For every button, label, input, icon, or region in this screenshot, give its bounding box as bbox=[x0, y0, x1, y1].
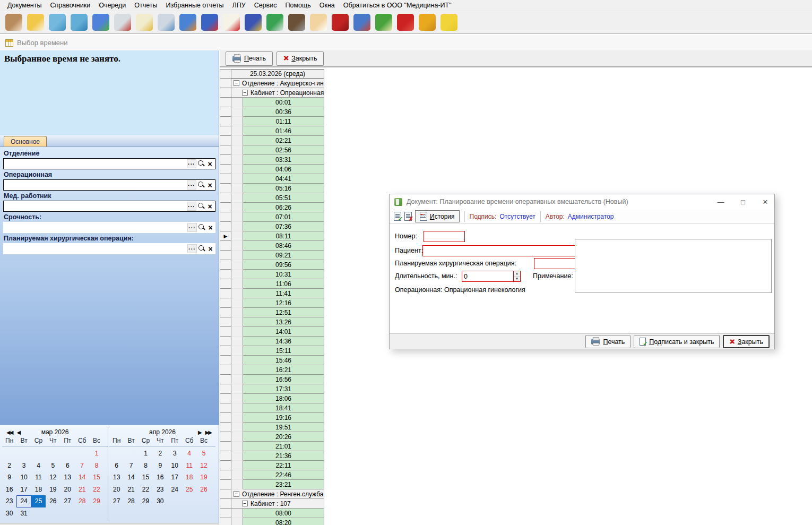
lookup-field[interactable]: ···× bbox=[3, 243, 215, 254]
day-cell[interactable]: 21 bbox=[75, 484, 89, 496]
day-cell[interactable]: 24 bbox=[168, 484, 182, 496]
time-slot[interactable]: 15:46 bbox=[243, 356, 324, 365]
menu-item[interactable]: Очереди bbox=[94, 1, 130, 10]
day-cell[interactable]: 13 bbox=[61, 471, 75, 484]
close-button[interactable]: × Закрыть bbox=[277, 51, 324, 66]
exit-icon[interactable] bbox=[397, 14, 414, 31]
day-cell[interactable]: 20 bbox=[109, 484, 124, 496]
clear-icon[interactable]: × bbox=[206, 244, 214, 253]
search-icon[interactable] bbox=[197, 223, 206, 232]
dialog-title-bar[interactable]: Документ: Планирование времени оперативн… bbox=[390, 194, 774, 209]
day-cell[interactable]: 12 bbox=[196, 460, 211, 472]
cabinet-row[interactable]: −Кабинет : 107 bbox=[231, 499, 324, 509]
collapse-icon[interactable]: − bbox=[242, 501, 248, 506]
day-cell[interactable]: 15 bbox=[139, 471, 153, 484]
time-slot[interactable]: 23:21 bbox=[243, 480, 324, 489]
time-slot[interactable]: 21:01 bbox=[243, 442, 324, 451]
day-cell[interactable]: 6 bbox=[61, 460, 75, 472]
next-year-icon[interactable]: ▶▶ bbox=[205, 429, 211, 435]
day-cell[interactable]: 3 bbox=[16, 460, 31, 472]
time-slot[interactable]: 09:21 bbox=[243, 251, 324, 260]
day-cell[interactable]: 10 bbox=[168, 460, 182, 472]
time-slot[interactable]: 08:46 bbox=[243, 241, 324, 251]
day-cell[interactable]: 11 bbox=[31, 471, 46, 484]
day-cell[interactable]: 7 bbox=[124, 460, 138, 472]
protected-doc-icon[interactable] bbox=[375, 14, 392, 31]
time-slot[interactable]: 22:46 bbox=[243, 470, 324, 480]
menu-item[interactable]: Документы bbox=[3, 1, 46, 10]
day-cell[interactable]: 9 bbox=[2, 471, 16, 484]
day-cell[interactable]: 27 bbox=[109, 495, 124, 507]
pills-icon[interactable] bbox=[266, 14, 283, 31]
day-cell[interactable]: 14 bbox=[75, 471, 89, 484]
menu-item[interactable]: Справочники bbox=[46, 1, 94, 10]
day-cell[interactable]: 22 bbox=[139, 484, 153, 496]
day-cell[interactable]: 2 bbox=[153, 447, 167, 460]
lookup-field[interactable]: ···× bbox=[3, 179, 215, 191]
day-cell[interactable]: 18 bbox=[182, 471, 196, 484]
next-month-icon[interactable]: ▶ bbox=[198, 429, 201, 435]
time-slot[interactable]: 16:56 bbox=[243, 375, 324, 384]
menu-item[interactable]: ЛПУ bbox=[228, 1, 250, 10]
time-slot[interactable]: 12:16 bbox=[243, 298, 324, 308]
menu-item[interactable]: Сервис bbox=[250, 1, 281, 10]
time-slot[interactable]: 05:16 bbox=[243, 184, 324, 193]
tab-main[interactable]: Основное bbox=[4, 136, 47, 147]
day-cell[interactable]: 5 bbox=[46, 460, 60, 472]
day-cell[interactable]: 25 bbox=[182, 484, 196, 496]
lookup-field[interactable]: ···× bbox=[3, 158, 215, 169]
day-cell[interactable]: 16 bbox=[2, 484, 16, 496]
number-field[interactable] bbox=[424, 231, 465, 242]
time-slot[interactable]: 14:36 bbox=[243, 337, 324, 346]
time-slot[interactable]: 01:11 bbox=[243, 117, 324, 126]
ellipsis-button[interactable]: ··· bbox=[187, 202, 196, 211]
day-cell[interactable]: 11 bbox=[182, 460, 196, 472]
patient-cards-icon[interactable] bbox=[49, 14, 66, 31]
day-cell[interactable]: 16 bbox=[153, 471, 167, 484]
time-slot[interactable]: 20:26 bbox=[243, 432, 324, 442]
department-row[interactable]: −Отделение : Ренген.служба bbox=[231, 489, 324, 499]
number-input[interactable] bbox=[424, 231, 464, 242]
menu-item[interactable]: Окна bbox=[315, 1, 339, 10]
medical-journal-icon[interactable] bbox=[223, 14, 240, 31]
day-cell[interactable]: 17 bbox=[168, 471, 182, 484]
schedule-clock-icon[interactable] bbox=[353, 14, 370, 31]
lookup-field[interactable]: ···× bbox=[3, 222, 215, 233]
collapse-icon[interactable]: − bbox=[234, 80, 239, 86]
ellipsis-button[interactable]: ··· bbox=[187, 180, 196, 190]
collapse-icon[interactable]: − bbox=[242, 90, 248, 96]
search-icon[interactable] bbox=[197, 180, 205, 190]
day-cell[interactable]: 30 bbox=[153, 495, 167, 507]
close-window-button[interactable]: ✕ bbox=[756, 195, 774, 208]
time-slot[interactable]: 12:51 bbox=[243, 308, 324, 317]
schedule-cards-icon[interactable] bbox=[179, 14, 196, 31]
search-icon[interactable] bbox=[197, 202, 205, 211]
spin-down-icon[interactable]: ▼ bbox=[514, 277, 520, 282]
history-button[interactable]: LOG История bbox=[415, 210, 460, 222]
notes-icon[interactable] bbox=[136, 14, 153, 31]
day-cell[interactable]: 24 bbox=[16, 495, 31, 507]
time-slot[interactable]: 16:21 bbox=[243, 365, 324, 375]
patient-card-icon[interactable] bbox=[71, 14, 88, 31]
menu-item[interactable]: Отчеты bbox=[130, 1, 161, 10]
ellipsis-button[interactable]: ··· bbox=[187, 159, 196, 168]
date-column-header[interactable]: 25.03.2026 (среда) bbox=[231, 69, 324, 79]
syringe-icon[interactable] bbox=[158, 14, 175, 31]
day-cell[interactable]: 9 bbox=[153, 460, 167, 472]
clear-icon[interactable]: × bbox=[206, 202, 214, 211]
pharmacy-basket-icon[interactable] bbox=[245, 14, 262, 31]
day-cell[interactable]: 27 bbox=[61, 495, 75, 507]
time-slot[interactable]: 13:26 bbox=[243, 317, 324, 327]
nurse-icon[interactable] bbox=[310, 14, 327, 31]
day-cell[interactable]: 14 bbox=[124, 471, 138, 484]
time-slot[interactable]: 08:20 bbox=[243, 518, 324, 525]
minimize-button[interactable]: — bbox=[712, 195, 730, 208]
day-cell[interactable]: 19 bbox=[196, 471, 211, 484]
collapse-icon[interactable]: − bbox=[234, 491, 239, 497]
lab-tests-icon[interactable] bbox=[92, 14, 109, 31]
thermometer-icon[interactable] bbox=[114, 14, 131, 31]
medications-icon[interactable] bbox=[201, 14, 218, 31]
day-cell[interactable]: 12 bbox=[46, 471, 60, 484]
time-slot[interactable]: 14:01 bbox=[243, 327, 324, 337]
time-slot[interactable]: 02:56 bbox=[243, 145, 324, 155]
